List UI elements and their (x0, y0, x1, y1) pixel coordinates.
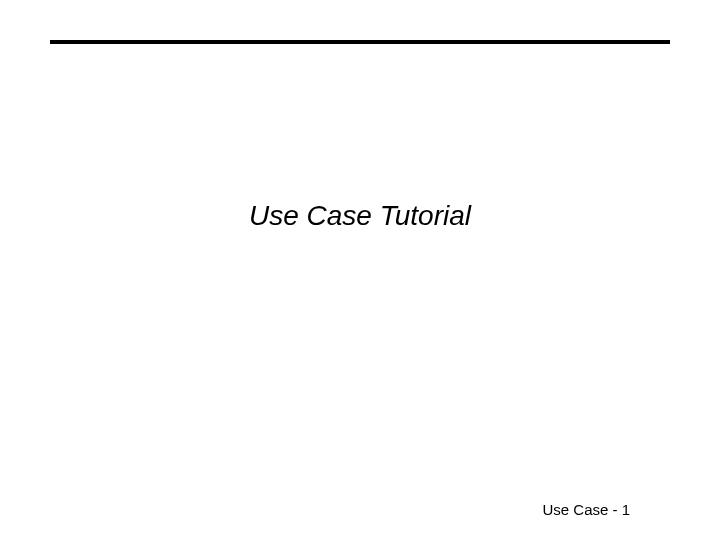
slide-footer: Use Case - 1 (542, 501, 630, 518)
slide-title: Use Case Tutorial (0, 200, 720, 232)
horizontal-divider (50, 40, 670, 44)
